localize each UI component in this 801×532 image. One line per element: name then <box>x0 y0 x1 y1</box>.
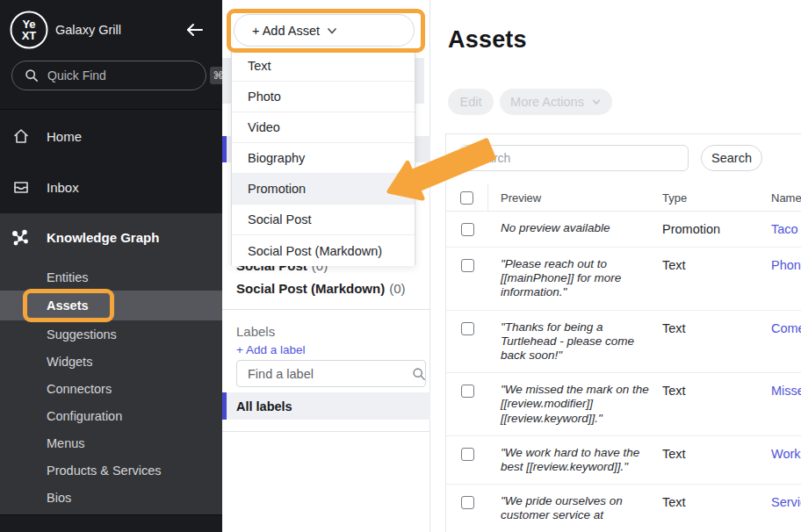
type-text: Text <box>662 258 686 272</box>
quick-find-input[interactable] <box>47 68 206 83</box>
table-row: "Please reach out to [[mainPhone]] for m… <box>446 248 801 311</box>
chevron-down-icon <box>591 97 602 107</box>
sidebar-item-connectors[interactable]: Connectors <box>0 375 222 402</box>
row-checkbox[interactable] <box>461 448 474 461</box>
search-icon <box>25 68 39 83</box>
asset-name-link[interactable]: Work <box>771 447 801 461</box>
inbox-icon <box>12 178 30 196</box>
type-text: Text <box>662 447 686 461</box>
collapse-sidebar-arrow-icon[interactable] <box>183 19 206 40</box>
find-label-search[interactable] <box>236 360 426 387</box>
add-label-link[interactable]: + Add a label <box>236 343 305 356</box>
table-row: "We work hard to have the best [[review.… <box>446 436 801 485</box>
selected-indicator-bar <box>222 392 227 420</box>
header-type: Type <box>662 191 771 205</box>
search-icon <box>412 367 426 381</box>
table-row: "We pride ourselves on customer service … <box>446 485 801 532</box>
yext-logo-icon: Ye XT <box>9 10 49 50</box>
row-checkbox[interactable] <box>461 322 474 335</box>
row-checkbox[interactable] <box>461 223 474 236</box>
divider <box>222 431 430 432</box>
all-labels-row[interactable]: All labels <box>222 392 430 420</box>
sidebar-footer <box>0 514 222 532</box>
asset-type-row-social-post-markdown[interactable]: Social Post (Markdown)(0) <box>236 281 406 296</box>
table-row: "We missed the mark on the [[review.modi… <box>446 373 801 436</box>
dropdown-item-social-post[interactable]: Social Post <box>232 205 415 235</box>
assets-table-card: Search Preview Type Name No preview avai… <box>445 133 801 532</box>
row-checkbox[interactable] <box>461 259 474 272</box>
quick-find-search[interactable]: ⌘ K <box>11 61 206 90</box>
asset-name-link[interactable]: Misse <box>771 384 801 398</box>
table-header-row: Preview Type Name <box>446 184 801 212</box>
assets-search-input[interactable] <box>460 145 689 171</box>
selected-indicator-bar <box>222 136 227 162</box>
labels-section-title: Labels <box>236 324 275 339</box>
asset-name-link[interactable]: Taco <box>771 222 798 236</box>
row-checkbox[interactable] <box>461 496 474 509</box>
preview-text: "We pride ourselves on customer service … <box>501 494 650 522</box>
type-text: Text <box>662 321 686 335</box>
sidebar-item-entities[interactable]: Entities <box>0 263 222 291</box>
sidebar-item-suggestions[interactable]: Suggestions <box>0 320 222 348</box>
knowledge-graph-section: Knowledge Graph Entities Assets Suggesti… <box>0 213 222 514</box>
account-name: Galaxy Grill <box>55 23 121 37</box>
sidebar-item-widgets[interactable]: Widgets <box>0 348 222 375</box>
add-asset-dropdown-menu: Text Photo Video Biography Promotion Soc… <box>231 50 415 265</box>
dropdown-item-video[interactable]: Video <box>232 112 415 143</box>
header-name: Name <box>771 191 801 205</box>
table-search-row: Search <box>446 134 801 171</box>
find-label-input[interactable] <box>248 367 412 381</box>
home-icon <box>12 127 30 145</box>
sidebar-item-menus[interactable]: Menus <box>0 429 222 457</box>
sidebar-item-products-services[interactable]: Products & Services <box>0 457 222 484</box>
sidebar-item-configuration[interactable]: Configuration <box>0 402 222 429</box>
dropdown-item-photo[interactable]: Photo <box>232 82 415 112</box>
asset-name-link[interactable]: Come <box>771 321 801 335</box>
table-row: No preview available Promotion Taco <box>446 212 801 248</box>
preview-text: "Thanks for being a Turtlehead - please … <box>501 320 650 363</box>
asset-name-link[interactable]: Phone <box>771 258 801 272</box>
asset-name-link[interactable]: Servic <box>771 495 801 509</box>
type-text: Promotion <box>662 222 720 236</box>
sidebar-header: Ye XT Galaxy Grill ⌘ K <box>0 0 222 110</box>
dropdown-item-promotion[interactable]: Promotion <box>232 174 415 205</box>
edit-button[interactable]: Edit <box>448 89 494 115</box>
dropdown-item-social-post-markdown[interactable]: Social Post (Markdown) <box>232 235 415 266</box>
sidebar: Ye XT Galaxy Grill ⌘ K <box>0 0 222 532</box>
preview-text: No preview available <box>501 221 650 235</box>
chevron-down-icon <box>326 25 400 37</box>
type-text: Text <box>662 495 686 509</box>
sidebar-item-bios[interactable]: Bios <box>0 484 222 511</box>
divider <box>222 309 430 310</box>
row-checkbox[interactable] <box>461 385 474 398</box>
knowledge-graph-icon <box>11 228 30 248</box>
preview-text: "We missed the mark on the [[review.modi… <box>501 383 650 426</box>
preview-text: "We work hard to have the best [[review.… <box>501 446 650 474</box>
select-all-checkbox[interactable] <box>460 191 473 205</box>
more-actions-button[interactable]: More Actions <box>500 89 612 115</box>
screen: Ye XT Galaxy Grill ⌘ K <box>0 0 801 532</box>
header-preview: Preview <box>488 191 662 205</box>
add-asset-button[interactable]: + Add Asset <box>234 14 415 47</box>
svg-text:XT: XT <box>22 29 37 42</box>
dropdown-item-biography[interactable]: Biography <box>232 143 415 174</box>
sidebar-item-home[interactable]: Home <box>0 120 222 152</box>
sidebar-item-assets[interactable]: Assets <box>0 291 222 320</box>
sidebar-item-inbox[interactable]: Inbox <box>0 171 222 203</box>
sidebar-item-knowledge-graph[interactable]: Knowledge Graph <box>0 222 222 254</box>
table-row: "Thanks for being a Turtlehead - please … <box>446 311 801 374</box>
page-title: Assets <box>448 26 527 54</box>
assets-search-button[interactable]: Search <box>701 145 762 171</box>
assets-table: Preview Type Name No preview available P… <box>446 184 801 532</box>
dropdown-item-text[interactable]: Text <box>232 51 415 82</box>
preview-text: "Please reach out to [[mainPhone]] for m… <box>501 257 650 300</box>
type-text: Text <box>662 384 686 398</box>
